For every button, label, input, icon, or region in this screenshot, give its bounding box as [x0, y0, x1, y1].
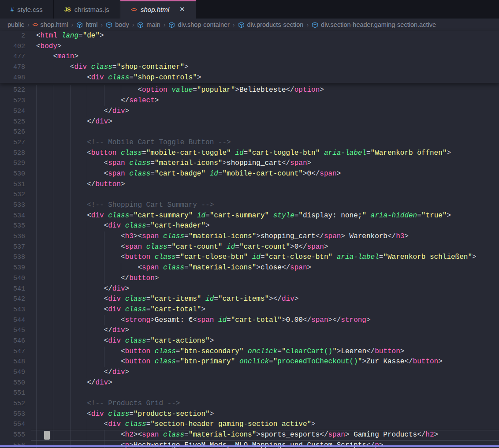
- code-line-522[interactable]: 522<option value="popular">Beliebteste</…: [0, 85, 499, 96]
- code-line-545[interactable]: 545</div>: [0, 325, 499, 336]
- breadcrumb-item-body[interactable]: body: [106, 21, 129, 28]
- code-line-537[interactable]: 537<span class="cart-count" id="cart-cou…: [0, 242, 499, 253]
- element-symbol-icon: [137, 22, 144, 28]
- indent-guide: [70, 419, 71, 430]
- code-line-527[interactable]: 527<!-- Mobile Cart Toggle Button -->: [0, 138, 499, 148]
- code-line-551[interactable]: 551: [0, 388, 499, 399]
- code-line-526[interactable]: 526: [0, 127, 499, 138]
- code-line-530[interactable]: 530<span class="cart-badge" id="mobile-c…: [0, 169, 499, 179]
- breadcrumb-item-shop.html[interactable]: <>shop.html: [33, 21, 68, 28]
- breadcrumb-separator-icon: ›: [306, 21, 309, 28]
- code-line-402[interactable]: 402<body>: [0, 41, 499, 52]
- indent-guide: [70, 211, 71, 221]
- line-number: 498: [0, 73, 25, 83]
- tab-style.css[interactable]: #style.css: [0, 0, 54, 19]
- code-line-528[interactable]: 528<button class="mobile-cart-toggle" id…: [0, 148, 499, 159]
- code-line-525[interactable]: 525</div>: [0, 117, 499, 127]
- breadcrumb-item-div.products-section[interactable]: div.products-section: [238, 21, 304, 28]
- code-line-540[interactable]: 540</button>: [0, 273, 499, 284]
- code-line-533[interactable]: 533<!-- Shopping Cart Summary -->: [0, 200, 499, 211]
- code-line-554[interactable]: 554<div class="section-header gaming-sec…: [0, 419, 499, 430]
- indent-guide: [121, 263, 121, 273]
- code-area[interactable]: 522<option value="popular">Beliebteste</…: [0, 83, 499, 448]
- close-tab-icon[interactable]: ✕: [179, 5, 185, 13]
- code-line-534[interactable]: 534<div class="cart-summary" id="cart-su…: [0, 211, 499, 221]
- indent-guide: [53, 179, 53, 190]
- breadcrumb-item-main[interactable]: main: [137, 21, 160, 28]
- tab-christmas.js[interactable]: JSchristmas.js: [54, 0, 120, 19]
- code-line-477[interactable]: 477<main>: [0, 52, 499, 62]
- code-line-529[interactable]: 529<span class="material-icons">shopping…: [0, 158, 499, 169]
- indent-guide: [70, 399, 71, 409]
- indent-guide: [70, 441, 71, 448]
- breadcrumb-item-div.shop-container[interactable]: div.shop-container: [168, 21, 229, 28]
- code-line-532[interactable]: 532: [0, 190, 499, 200]
- code-line-536[interactable]: 536<h3><span class="material-icons">shop…: [0, 231, 499, 242]
- line-number: 540: [0, 273, 25, 284]
- code-text: <div class="section-header gaming-sectio…: [104, 419, 316, 430]
- indent-guide: [104, 85, 104, 96]
- code-line-555[interactable]: 555<h2><span class="material-icons">spor…: [0, 430, 499, 441]
- code-text: </select>: [121, 96, 159, 106]
- indent-guide: [70, 294, 71, 305]
- code-line-548[interactable]: 548<button class="btn-primary" onclick="…: [0, 357, 499, 367]
- indent-guide: [70, 367, 71, 378]
- code-line-531[interactable]: 531</button>: [0, 179, 499, 190]
- tab-shop.html[interactable]: <>shop.html✕: [120, 0, 196, 19]
- line-number: 477: [0, 52, 25, 62]
- indent-guide: [36, 211, 37, 221]
- indent-guide: [70, 117, 71, 127]
- line-number: 554: [0, 419, 25, 430]
- code-line-546[interactable]: 546<div class="cart-actions">: [0, 336, 499, 347]
- code-line-498[interactable]: 498<div class="shop-controls">: [0, 73, 499, 83]
- indent-guide: [36, 336, 37, 347]
- line-number: 543: [0, 305, 25, 315]
- breadcrumb-separator-icon: ›: [164, 21, 166, 28]
- code-line-544[interactable]: 544<strong>Gesamt: €<span id="cart-total…: [0, 315, 499, 326]
- indent-guide: [53, 273, 53, 284]
- indent-guide: [104, 252, 104, 263]
- indent-guide: [53, 399, 53, 409]
- indent-guide: [53, 158, 53, 169]
- line-number: 533: [0, 200, 25, 211]
- indent-guide: [87, 273, 87, 284]
- indent-guide: [104, 273, 104, 284]
- code-line-556[interactable]: 556<p>Hochwertige FiveM Mods, MLO Mappin…: [0, 441, 499, 448]
- sticky-scroll[interactable]: 2<html lang="de">402<body>477<main>478<d…: [0, 31, 499, 83]
- breadcrumb[interactable]: public›<>shop.html›html›body›main›div.sh…: [0, 19, 499, 31]
- code-line-550[interactable]: 550</div>: [0, 378, 499, 388]
- code-line-535[interactable]: 535<div class="cart-header">: [0, 221, 499, 231]
- code-line-523[interactable]: 523</select>: [0, 96, 499, 106]
- indent-guide: [70, 325, 71, 336]
- code-line-538[interactable]: 538<button class="cart-close-btn" id="ca…: [0, 252, 499, 263]
- indent-guide: [36, 106, 37, 117]
- code-line-524[interactable]: 524</div>: [0, 106, 499, 117]
- code-text: </div>: [87, 378, 112, 388]
- css-file-icon: #: [11, 6, 13, 13]
- code-line-547[interactable]: 547<button class="btn-secondary" onclick…: [0, 347, 499, 357]
- code-line-539[interactable]: 539<span class="material-icons">close</s…: [0, 263, 499, 273]
- breadcrumb-item-public[interactable]: public: [7, 21, 24, 28]
- indent-guide: [53, 378, 53, 388]
- indent-guide: [70, 242, 71, 253]
- indent-guide: [36, 388, 37, 399]
- indent-guide: [53, 263, 53, 273]
- code-line-541[interactable]: 541</div>: [0, 284, 499, 295]
- line-number: 2: [0, 31, 25, 41]
- code-text: <div class="shop-container">: [70, 62, 189, 73]
- indent-guide: [36, 138, 37, 148]
- code-line-478[interactable]: 478<div class="shop-container">: [0, 62, 499, 73]
- indent-guide: [36, 441, 37, 448]
- indent-guide: [36, 158, 37, 169]
- code-line-553[interactable]: 553<div class="products-section">: [0, 409, 499, 420]
- breadcrumb-item-div.section-header.gaming-section.active[interactable]: div.section-header.gaming-section.active: [312, 21, 436, 28]
- code-line-542[interactable]: 542<div class="cart-items" id="cart-item…: [0, 294, 499, 305]
- breadcrumb-label: public: [7, 21, 24, 28]
- code-line-2[interactable]: 2<html lang="de">: [0, 31, 499, 41]
- indent-guide: [36, 263, 37, 273]
- code-line-552[interactable]: 552<!-- Products Grid -->: [0, 399, 499, 409]
- indent-guide: [53, 127, 53, 138]
- breadcrumb-item-html[interactable]: html: [76, 21, 97, 28]
- code-line-543[interactable]: 543<div class="cart-total">: [0, 305, 499, 315]
- code-line-549[interactable]: 549</div>: [0, 367, 499, 378]
